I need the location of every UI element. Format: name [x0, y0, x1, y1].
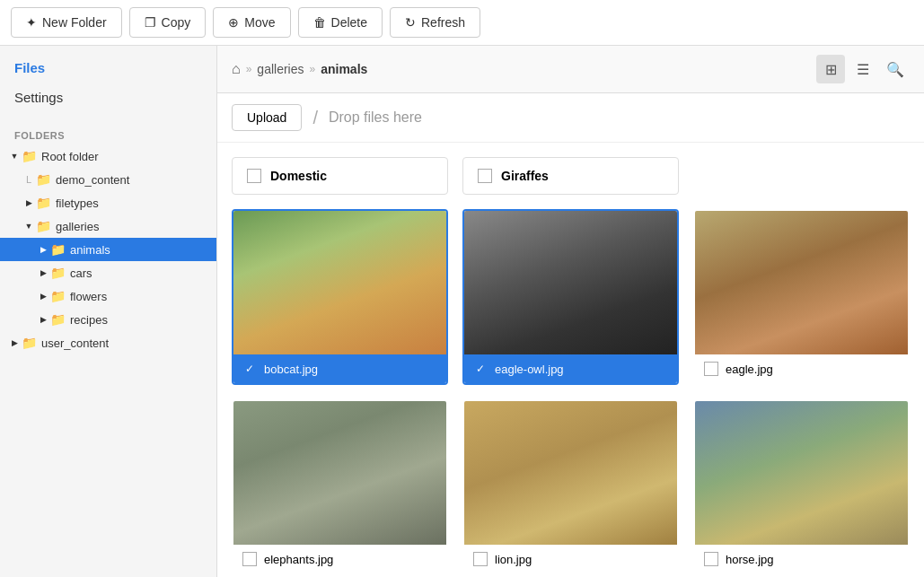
upload-label: Upload	[247, 110, 286, 125]
folder-card[interactable]: Domestic	[232, 157, 448, 195]
toggle-icon[interactable]: ▼	[7, 152, 22, 161]
folder-icon: 📁	[50, 242, 66, 257]
tree-item-label: demo_content	[56, 173, 129, 187]
breadcrumb-home[interactable]: ⌂	[232, 61, 241, 77]
sidebar-item-files[interactable]: Files	[0, 53, 216, 83]
image-card[interactable]: eagle.jpg	[693, 209, 910, 385]
folder-icon: 📁	[50, 266, 66, 280]
toggle-icon[interactable]: ▶	[36, 268, 50, 277]
image-filename: eagle.jpg	[726, 363, 773, 376]
image-card[interactable]: lion.jpg	[462, 399, 679, 575]
image-thumbnail	[695, 401, 908, 545]
toggle-icon[interactable]: ▶	[36, 245, 50, 254]
image-thumbnail	[233, 401, 446, 545]
move-icon: ⊕	[228, 15, 239, 30]
tree-item-label: recipes	[70, 313, 108, 327]
search-button[interactable]: 🔍	[881, 55, 910, 83]
image-filename: eagle-owl.jpg	[495, 363, 564, 376]
grid-inner: Domestic Giraffes ✓ bobcat.jpg ✓ eagle-o…	[232, 157, 910, 575]
grid-spacer	[693, 157, 910, 195]
folder-name: Domestic	[270, 169, 327, 183]
move-button[interactable]: ⊕ Move	[213, 7, 290, 38]
tree-item-label: Root folder	[41, 150, 99, 163]
new-folder-button[interactable]: ✦ New Folder	[11, 7, 122, 38]
toggle-icon[interactable]: ▶	[36, 292, 50, 301]
tree-item-label: animals	[70, 243, 110, 257]
image-card[interactable]: ✓ eagle-owl.jpg	[462, 209, 679, 385]
image-card[interactable]: elephants.jpg	[232, 399, 448, 575]
folder-icon: 📁	[36, 219, 51, 233]
toggle-icon[interactable]: ▶	[36, 315, 50, 324]
toggle-icon[interactable]: ▶	[7, 338, 22, 347]
folder-name: Giraffes	[501, 169, 549, 183]
sidebar-item-settings[interactable]: Settings	[0, 83, 216, 112]
upload-divider: /	[312, 108, 318, 128]
folder-icon: 📁	[50, 289, 66, 303]
image-checkbox[interactable]	[473, 552, 488, 566]
folder-tree: ▼📁Root folderL📁demo_content▶📁filetypes▼📁…	[0, 144, 216, 354]
folder-checkbox[interactable]	[247, 169, 261, 183]
drop-zone-text: Drop files here	[329, 109, 422, 126]
image-card[interactable]: horse.jpg	[693, 399, 910, 575]
tree-item-user_content[interactable]: ▶📁user_content	[0, 331, 216, 354]
folder-icon: 📁	[22, 336, 37, 350]
image-checkbox[interactable]: ✓	[242, 362, 257, 376]
breadcrumb-current: animals	[321, 62, 367, 76]
tree-item-demo_content[interactable]: L📁demo_content	[0, 168, 216, 191]
grid-view-button[interactable]: ⊞	[816, 55, 845, 83]
image-filename: bobcat.jpg	[264, 363, 318, 376]
copy-label: Copy	[162, 15, 191, 30]
folder-checkbox[interactable]	[478, 169, 492, 183]
image-caption: ✓ bobcat.jpg	[233, 354, 446, 383]
copy-button[interactable]: ❐ Copy	[129, 7, 207, 38]
files-label: Files	[14, 60, 45, 75]
tree-item-filetypes[interactable]: ▶📁filetypes	[0, 191, 216, 214]
folder-icon: 📁	[22, 149, 37, 163]
upload-bar: Upload / Drop files here	[217, 93, 924, 143]
tree-item-animals[interactable]: ▶📁animals	[0, 238, 216, 261]
image-thumbnail	[695, 211, 908, 354]
image-checkbox[interactable]	[704, 552, 718, 566]
tree-item-root[interactable]: ▼📁Root folder	[0, 144, 216, 168]
tree-item-label: filetypes	[56, 197, 99, 210]
image-filename: horse.jpg	[726, 553, 773, 566]
folder-card[interactable]: Giraffes	[462, 157, 679, 195]
breadcrumb-galleries[interactable]: galleries	[257, 62, 304, 76]
tree-item-galleries[interactable]: ▼📁galleries	[0, 214, 216, 238]
folder-icon: 📁	[36, 196, 51, 210]
image-caption: ✓ eagle-owl.jpg	[464, 354, 677, 383]
upload-button[interactable]: Upload	[232, 104, 302, 131]
tree-item-flowers[interactable]: ▶📁flowers	[0, 284, 216, 308]
refresh-button[interactable]: ↻ Refresh	[390, 7, 480, 38]
move-label: Move	[244, 15, 275, 30]
image-caption: eagle.jpg	[695, 354, 908, 383]
tree-item-cars[interactable]: ▶📁cars	[0, 261, 216, 284]
list-view-button[interactable]: ☰	[849, 55, 877, 83]
refresh-label: Refresh	[421, 15, 465, 30]
toolbar: ✦ New Folder ❐ Copy ⊕ Move 🗑 Delete ↻ Re…	[0, 0, 924, 46]
refresh-icon: ↻	[405, 15, 416, 30]
folder-icon: 📁	[50, 312, 66, 327]
image-checkbox[interactable]: ✓	[473, 362, 488, 376]
breadcrumb-sep-1: »	[246, 63, 252, 75]
toggle-icon[interactable]: ▼	[22, 222, 36, 231]
image-card[interactable]: ✓ bobcat.jpg	[232, 209, 448, 385]
image-checkbox[interactable]	[242, 552, 257, 566]
delete-button[interactable]: 🗑 Delete	[298, 7, 383, 38]
toggle-icon[interactable]: ▶	[22, 198, 36, 207]
image-caption: horse.jpg	[695, 545, 908, 573]
breadcrumb-bar: ⌂ » galleries » animals ⊞ ☰ 🔍	[217, 46, 924, 93]
image-checkbox[interactable]	[704, 362, 718, 376]
tree-item-recipes[interactable]: ▶📁recipes	[0, 308, 216, 331]
image-filename: lion.jpg	[495, 553, 532, 566]
file-grid: Domestic Giraffes ✓ bobcat.jpg ✓ eagle-o…	[217, 143, 924, 577]
breadcrumb-sep-2: »	[310, 63, 316, 75]
image-filename: elephants.jpg	[264, 553, 333, 566]
sidebar-nav: Files Settings	[0, 46, 216, 119]
folder-icon: 📁	[36, 172, 51, 187]
content-area: ⌂ » galleries » animals ⊞ ☰ 🔍 Upload / D…	[217, 46, 924, 577]
settings-label: Settings	[14, 90, 63, 105]
image-caption: elephants.jpg	[233, 545, 446, 573]
tree-item-label: galleries	[56, 220, 99, 233]
sidebar: Files Settings FOLDERS ▼📁Root folderL📁de…	[0, 46, 217, 577]
